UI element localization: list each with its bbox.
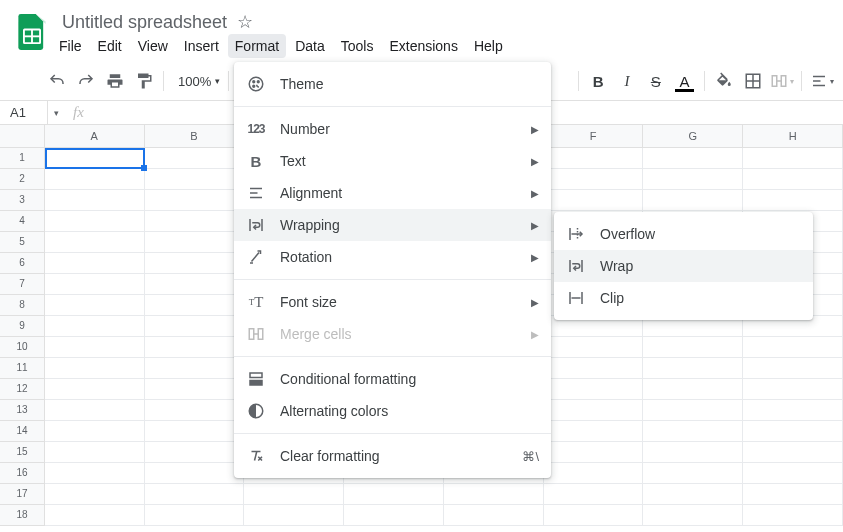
cell[interactable]: [145, 379, 245, 400]
column-header[interactable]: G: [643, 125, 743, 147]
menubar-item-help[interactable]: Help: [467, 34, 510, 58]
menu-item-wrapping[interactable]: Wrapping ▶: [234, 209, 551, 241]
cell[interactable]: [145, 169, 245, 190]
row-header[interactable]: 3: [0, 190, 45, 211]
paint-format-button[interactable]: [130, 67, 157, 95]
cell[interactable]: [444, 484, 544, 505]
menu-item-conditional-formatting[interactable]: Conditional formatting: [234, 363, 551, 395]
cell[interactable]: [244, 484, 344, 505]
print-button[interactable]: [102, 67, 129, 95]
cell[interactable]: [145, 442, 245, 463]
fill-color-button[interactable]: [711, 67, 738, 95]
column-header[interactable]: F: [544, 125, 644, 147]
select-all-corner[interactable]: [0, 125, 45, 147]
menu-item-clear-formatting[interactable]: Clear formatting ⌘\: [234, 440, 551, 472]
cell[interactable]: [444, 505, 544, 526]
cell[interactable]: [544, 442, 644, 463]
cell[interactable]: [45, 253, 145, 274]
cell[interactable]: [544, 400, 644, 421]
cell[interactable]: [743, 400, 843, 421]
cell[interactable]: [643, 484, 743, 505]
strikethrough-button[interactable]: S: [642, 67, 669, 95]
menubar-item-data[interactable]: Data: [288, 34, 332, 58]
row-header[interactable]: 5: [0, 232, 45, 253]
cell[interactable]: [45, 316, 145, 337]
cell[interactable]: [544, 484, 644, 505]
cell[interactable]: [45, 169, 145, 190]
doc-title[interactable]: Untitled spreadsheet: [56, 12, 233, 33]
bold-button[interactable]: B: [585, 67, 612, 95]
cell[interactable]: [643, 463, 743, 484]
cell[interactable]: [45, 274, 145, 295]
column-header[interactable]: B: [145, 125, 245, 147]
cell[interactable]: [544, 190, 644, 211]
cell[interactable]: [145, 400, 245, 421]
cell[interactable]: [45, 400, 145, 421]
row-header[interactable]: 8: [0, 295, 45, 316]
cell[interactable]: [643, 421, 743, 442]
cell[interactable]: [544, 358, 644, 379]
row-header[interactable]: 13: [0, 400, 45, 421]
menu-item-alignment[interactable]: Alignment ▶: [234, 177, 551, 209]
menu-item-number[interactable]: 123 Number ▶: [234, 113, 551, 145]
cell[interactable]: [45, 148, 145, 169]
column-header[interactable]: A: [45, 125, 145, 147]
cell[interactable]: [544, 379, 644, 400]
cell[interactable]: [145, 421, 245, 442]
cell[interactable]: [743, 190, 843, 211]
fill-handle[interactable]: [141, 165, 147, 171]
column-header[interactable]: H: [743, 125, 843, 147]
cell[interactable]: [743, 169, 843, 190]
cell[interactable]: [344, 484, 444, 505]
cell[interactable]: [743, 379, 843, 400]
cell[interactable]: [643, 148, 743, 169]
star-icon[interactable]: ☆: [237, 11, 253, 33]
cell[interactable]: [743, 505, 843, 526]
cell[interactable]: [145, 190, 245, 211]
menubar-item-insert[interactable]: Insert: [177, 34, 226, 58]
cell[interactable]: [743, 337, 843, 358]
cell[interactable]: [45, 421, 145, 442]
cell[interactable]: [45, 463, 145, 484]
cell[interactable]: [643, 442, 743, 463]
cell[interactable]: [344, 505, 444, 526]
cell[interactable]: [45, 190, 145, 211]
cell[interactable]: [544, 337, 644, 358]
cell[interactable]: [643, 190, 743, 211]
cell[interactable]: [45, 484, 145, 505]
cell[interactable]: [145, 316, 245, 337]
cell[interactable]: [45, 337, 145, 358]
zoom-select[interactable]: 100%▾: [170, 74, 222, 89]
menubar-item-view[interactable]: View: [131, 34, 175, 58]
row-header[interactable]: 11: [0, 358, 45, 379]
cell[interactable]: [544, 421, 644, 442]
borders-button[interactable]: [740, 67, 767, 95]
cell[interactable]: [45, 211, 145, 232]
row-header[interactable]: 17: [0, 484, 45, 505]
menubar-item-tools[interactable]: Tools: [334, 34, 381, 58]
cell[interactable]: [544, 148, 644, 169]
row-header[interactable]: 18: [0, 505, 45, 526]
cell[interactable]: [45, 232, 145, 253]
cell[interactable]: [643, 379, 743, 400]
italic-button[interactable]: I: [614, 67, 641, 95]
cell[interactable]: [145, 274, 245, 295]
cell[interactable]: [45, 505, 145, 526]
sheets-logo[interactable]: [12, 12, 52, 52]
row-header[interactable]: 9: [0, 316, 45, 337]
cell[interactable]: [743, 148, 843, 169]
cell[interactable]: [45, 379, 145, 400]
cell[interactable]: [544, 463, 644, 484]
menu-item-alternating-colors[interactable]: Alternating colors: [234, 395, 551, 427]
cell[interactable]: [145, 148, 245, 169]
redo-button[interactable]: [73, 67, 100, 95]
cell[interactable]: [45, 358, 145, 379]
row-header[interactable]: 16: [0, 463, 45, 484]
cell[interactable]: [643, 400, 743, 421]
cell[interactable]: [145, 358, 245, 379]
cell[interactable]: [145, 463, 245, 484]
row-header[interactable]: 15: [0, 442, 45, 463]
cell[interactable]: [145, 211, 245, 232]
cell[interactable]: [45, 295, 145, 316]
cell[interactable]: [145, 232, 245, 253]
